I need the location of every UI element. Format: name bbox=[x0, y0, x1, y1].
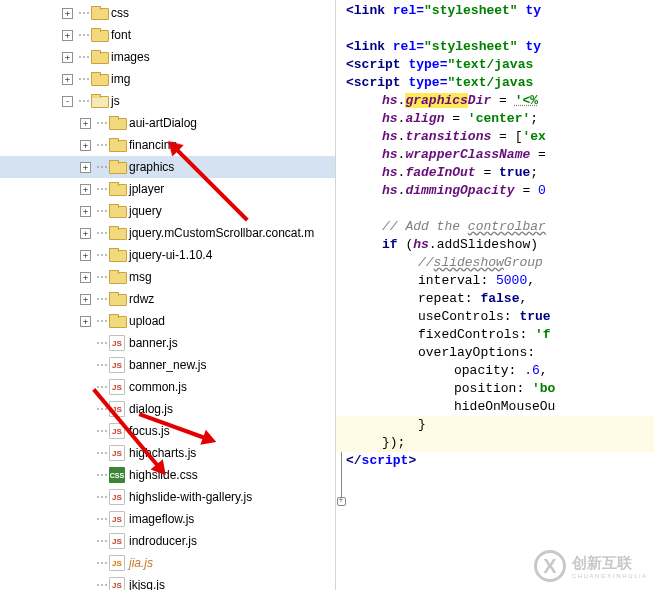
code-line[interactable]: </script> bbox=[346, 452, 654, 470]
expand-icon[interactable]: + bbox=[80, 250, 91, 261]
tree-item-banner_new-js[interactable]: ⋯JSbanner_new.js bbox=[0, 354, 335, 376]
expand-icon[interactable]: + bbox=[62, 52, 73, 63]
expand-icon[interactable]: + bbox=[80, 118, 91, 129]
tree-item-label: jquery-ui-1.10.4 bbox=[129, 248, 212, 262]
tree-item-rdwz[interactable]: +⋯rdwz bbox=[0, 288, 335, 310]
tree-item-highslide-css[interactable]: ⋯CSShighslide.css bbox=[0, 464, 335, 486]
tree-item-focus-js[interactable]: ⋯JSfocus.js bbox=[0, 420, 335, 442]
tree-item-label: rdwz bbox=[129, 292, 154, 306]
tree-guide-icon: ⋯ bbox=[95, 182, 109, 196]
tree-item-label: aui-artDialog bbox=[129, 116, 197, 130]
expand-icon[interactable]: + bbox=[80, 294, 91, 305]
code-line[interactable]: hs.wrapperClassName = bbox=[346, 146, 654, 164]
expand-icon[interactable]: + bbox=[80, 162, 91, 173]
tree-item-aui-artDialog[interactable]: +⋯aui-artDialog bbox=[0, 112, 335, 134]
tree-item-label: jquery.mCustomScrollbar.concat.m bbox=[129, 226, 314, 240]
code-token: .6 bbox=[524, 363, 540, 378]
tree-item-upload[interactable]: +⋯upload bbox=[0, 310, 335, 332]
tree-item-label: banner_new.js bbox=[129, 358, 206, 372]
tree-item-indroducer-js[interactable]: ⋯JSindroducer.js bbox=[0, 530, 335, 552]
tree-item-msg[interactable]: +⋯msg bbox=[0, 266, 335, 288]
code-token: hs bbox=[413, 237, 429, 252]
tree-item-highslide-with-gallery-js[interactable]: ⋯JShighslide-with-gallery.js bbox=[0, 486, 335, 508]
tree-guide-icon: ⋯ bbox=[95, 490, 109, 504]
tree-item-label: images bbox=[111, 50, 150, 64]
code-line[interactable]: hs.dimmingOpacity = 0 bbox=[346, 182, 654, 200]
code-token: = [ bbox=[491, 129, 522, 144]
code-line[interactable]: repeat: false, bbox=[346, 290, 654, 308]
code-line[interactable]: hs.transitions = ['ex bbox=[346, 128, 654, 146]
code-token: useControls: bbox=[418, 309, 519, 324]
code-line[interactable]: } bbox=[346, 416, 654, 434]
fold-expand-icon[interactable]: + bbox=[337, 497, 346, 506]
expand-icon[interactable]: + bbox=[62, 8, 73, 19]
tree-item-financing[interactable]: +⋯financing bbox=[0, 134, 335, 156]
code-token: hs bbox=[382, 165, 398, 180]
code-line[interactable]: useControls: true bbox=[346, 308, 654, 326]
code-line[interactable]: // Add the controlbar bbox=[346, 218, 654, 236]
code-line[interactable]: <script type="text/javas bbox=[346, 74, 654, 92]
tree-item-imageflow-js[interactable]: ⋯JSimageflow.js bbox=[0, 508, 335, 530]
tree-item-css[interactable]: +⋯css bbox=[0, 2, 335, 24]
expand-icon[interactable]: + bbox=[62, 74, 73, 85]
code-line[interactable]: if (hs.addSlideshow) bbox=[346, 236, 654, 254]
code-token: <link bbox=[346, 3, 393, 18]
tree-item-jquery-mCustomScrollbar-concat-m[interactable]: +⋯jquery.mCustomScrollbar.concat.m bbox=[0, 222, 335, 244]
tree-item-jia-js[interactable]: ⋯JSjia.js bbox=[0, 552, 335, 574]
code-line[interactable]: hs.graphicsDir = '<% bbox=[346, 92, 654, 110]
code-line[interactable]: //slideshowGroup bbox=[346, 254, 654, 272]
code-line[interactable]: opacity: .6, bbox=[346, 362, 654, 380]
code-line[interactable]: overlayOptions: bbox=[346, 344, 654, 362]
tree-item-jplayer[interactable]: +⋯jplayer bbox=[0, 178, 335, 200]
tree-spacer bbox=[80, 360, 91, 371]
tree-item-font[interactable]: +⋯font bbox=[0, 24, 335, 46]
tree-item-img[interactable]: +⋯img bbox=[0, 68, 335, 90]
code-line[interactable] bbox=[346, 20, 654, 38]
tree-item-jkjsq-js[interactable]: ⋯JSjkjsq.js bbox=[0, 574, 335, 590]
collapse-icon[interactable]: - bbox=[62, 96, 73, 107]
folder-icon bbox=[91, 94, 107, 108]
folder-icon bbox=[91, 72, 107, 86]
js-file-icon: JS bbox=[109, 379, 125, 395]
tree-item-jquery-ui-1-10-4[interactable]: +⋯jquery-ui-1.10.4 bbox=[0, 244, 335, 266]
tree-guide-icon: ⋯ bbox=[95, 248, 109, 262]
tree-spacer bbox=[80, 580, 91, 591]
expand-icon[interactable]: + bbox=[62, 30, 73, 41]
code-line[interactable]: <link rel="stylesheet" ty bbox=[346, 38, 654, 56]
code-line[interactable]: }); bbox=[346, 434, 654, 452]
code-line[interactable]: hs.fadeInOut = true; bbox=[346, 164, 654, 182]
code-line[interactable]: fixedControls: 'f bbox=[346, 326, 654, 344]
tree-item-label: indroducer.js bbox=[129, 534, 197, 548]
code-token: interval: bbox=[418, 273, 496, 288]
code-line[interactable]: hs.align = 'center'; bbox=[346, 110, 654, 128]
code-editor[interactable]: - + <link rel="stylesheet" ty <link rel=… bbox=[336, 0, 654, 590]
expand-icon[interactable]: + bbox=[80, 316, 91, 327]
expand-icon[interactable]: + bbox=[80, 206, 91, 217]
tree-item-common-js[interactable]: ⋯JScommon.js bbox=[0, 376, 335, 398]
tree-item-jquery[interactable]: +⋯jquery bbox=[0, 200, 335, 222]
code-line[interactable]: position: 'bo bbox=[346, 380, 654, 398]
expand-icon[interactable]: + bbox=[80, 140, 91, 151]
code-line[interactable]: <link rel="stylesheet" ty bbox=[346, 2, 654, 20]
tree-item-dialog-js[interactable]: ⋯JSdialog.js bbox=[0, 398, 335, 420]
tree-spacer bbox=[80, 338, 91, 349]
expand-icon[interactable]: + bbox=[80, 272, 91, 283]
code-line[interactable] bbox=[346, 200, 654, 218]
code-line[interactable]: hideOnMouseOu bbox=[346, 398, 654, 416]
code-line[interactable]: interval: 5000, bbox=[346, 272, 654, 290]
code-token: ty bbox=[525, 3, 541, 18]
tree-item-label: upload bbox=[129, 314, 165, 328]
tree-item-js[interactable]: -⋯js bbox=[0, 90, 335, 112]
tree-item-highcharts-js[interactable]: ⋯JShighcharts.js bbox=[0, 442, 335, 464]
project-tree[interactable]: +⋯css+⋯font+⋯images+⋯img-⋯js+⋯aui-artDia… bbox=[0, 0, 336, 590]
code-token: , bbox=[540, 363, 548, 378]
expand-icon[interactable]: + bbox=[80, 228, 91, 239]
tree-item-graphics[interactable]: +⋯graphics bbox=[0, 156, 335, 178]
tree-item-images[interactable]: +⋯images bbox=[0, 46, 335, 68]
tree-item-label: msg bbox=[129, 270, 152, 284]
folder-icon bbox=[109, 204, 125, 218]
tree-item-banner-js[interactable]: ⋯JSbanner.js bbox=[0, 332, 335, 354]
folder-icon bbox=[109, 226, 125, 240]
code-line[interactable]: <script type="text/javas bbox=[346, 56, 654, 74]
expand-icon[interactable]: + bbox=[80, 184, 91, 195]
